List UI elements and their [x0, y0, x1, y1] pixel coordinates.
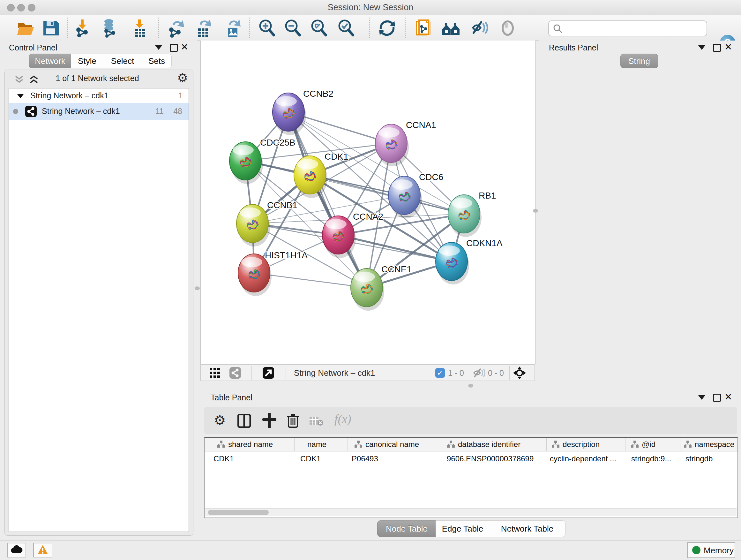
control-panel: Control Panel ✕ Network Style Select Set…	[0, 41, 197, 541]
fit-crosshair-icon[interactable]	[513, 367, 526, 379]
houses-icon-button[interactable]	[441, 18, 461, 38]
cloud-button[interactable]	[7, 543, 26, 557]
network-panel-body: 1 of 1 Network selected ⚙ String Network…	[4, 70, 193, 536]
eye-icon-button[interactable]	[498, 18, 518, 38]
control-panel-close-icon[interactable]: ✕	[181, 44, 188, 50]
table-gear-icon[interactable]: ⚙	[214, 413, 226, 428]
left-splitter-handle[interactable]	[195, 287, 200, 290]
network-view-toolbar: String Network – cdk1 ✓ 1 - 0 0 - 0	[200, 364, 535, 381]
export-table-button[interactable]	[193, 18, 213, 38]
network-row-selected[interactable]: String Network – cdk1 11 48	[9, 103, 189, 120]
save-session-button[interactable]	[41, 18, 61, 38]
tab-network-table[interactable]: Network Table	[489, 520, 565, 537]
tab-select[interactable]: Select	[103, 54, 142, 68]
zoom-in-button[interactable]	[257, 18, 277, 38]
toolbar-separator	[67, 17, 68, 38]
network-edge-count: 48	[173, 107, 182, 116]
results-panel-close-icon[interactable]: ✕	[724, 44, 732, 50]
tab-node-table[interactable]: Node Table	[377, 520, 436, 537]
network-type-icon	[25, 106, 37, 117]
node-label-CCNB2: CCNB2	[303, 89, 333, 99]
hidden-eye-slash-icon[interactable]	[473, 368, 485, 378]
export-network-button[interactable]	[166, 18, 186, 38]
results-panel-float-icon[interactable]	[713, 44, 721, 52]
memory-button[interactable]: Memory	[687, 542, 735, 558]
tab-network[interactable]: Network	[29, 54, 71, 68]
export-image-button[interactable]	[223, 18, 243, 38]
network-options-gear-icon[interactable]: ⚙	[177, 71, 188, 85]
results-panel: Results Panel ✕ String Expand All Collap…	[539, 41, 741, 381]
column-header-description[interactable]: description	[552, 438, 600, 451]
toolbar-separator	[252, 366, 252, 380]
delete-column-icon[interactable]	[286, 413, 299, 428]
table-panel-close-icon[interactable]: ✕	[724, 394, 732, 400]
network-canvas[interactable]: CCNB2CCNA1CDC25BCDK1CDC6RB1CCNB1CCNA2CDK…	[200, 41, 536, 364]
table-row-cell[interactable]: CDK1	[213, 454, 234, 463]
cytoscape-window: Session: New Session	[0, 0, 741, 560]
import-network-from-database-button[interactable]	[100, 18, 120, 38]
warning-button[interactable]	[33, 543, 52, 557]
tab-sets[interactable]: Sets	[142, 54, 172, 68]
hide-glasses-icon-button[interactable]	[470, 18, 490, 38]
table-row-cell[interactable]: P06493	[352, 454, 378, 463]
node-label-CCNA1: CCNA1	[406, 120, 436, 130]
control-panel-float-icon[interactable]	[170, 44, 178, 52]
column-header-shared-name[interactable]: shared name	[217, 438, 273, 451]
table-row-cell[interactable]: 9606.ENSP00000378699	[447, 454, 534, 463]
table-panel-float-icon[interactable]	[713, 394, 721, 401]
network-edge[interactable]	[288, 112, 367, 288]
open-session-button[interactable]	[16, 18, 36, 38]
collapse-all-icon[interactable]	[14, 75, 24, 84]
collection-count: 1	[179, 91, 183, 100]
results-panel-menu-icon[interactable]	[698, 45, 705, 50]
add-column-icon[interactable]	[262, 413, 276, 428]
right-splitter-handle[interactable]	[533, 209, 538, 212]
tab-string[interactable]: String	[620, 54, 658, 68]
tab-edge-table[interactable]: Edge Table	[435, 520, 489, 537]
table-row-cell[interactable]: stringdb	[685, 454, 713, 463]
column-header-canonical-name[interactable]: canonical name	[354, 438, 419, 451]
network-from-selection-button[interactable]	[414, 18, 434, 38]
network-share-icon[interactable]	[229, 367, 241, 379]
grid-view-icon[interactable]	[210, 368, 220, 379]
memory-status-dot	[692, 546, 700, 554]
refresh-button[interactable]	[377, 18, 397, 38]
node-label-HIST1H1A: HIST1H1A	[265, 250, 308, 260]
column-header-name[interactable]: name	[307, 438, 327, 451]
import-network-from-file-button[interactable]	[73, 18, 92, 38]
table-row-cell[interactable]: cyclin-dependent ...	[550, 454, 616, 463]
node-label-CDC25B: CDC25B	[260, 138, 295, 147]
open-view-icon[interactable]	[263, 367, 274, 379]
collection-expander-icon[interactable]	[17, 94, 24, 99]
zoom-out-button[interactable]	[283, 18, 303, 38]
main-toolbar: ?	[0, 15, 741, 41]
column-header-id[interactable]: @id	[631, 438, 656, 451]
network-view-name: String Network – cdk1	[294, 368, 375, 378]
expand-all-icon[interactable]	[28, 75, 39, 84]
zoom-selected-button[interactable]	[336, 18, 356, 38]
control-panel-menu-icon[interactable]	[155, 45, 162, 50]
show-columns-icon[interactable]	[238, 414, 251, 428]
selected-count: 1 - 0	[448, 368, 464, 378]
column-header-namespace[interactable]: namespace	[684, 438, 734, 451]
zoom-fit-button[interactable]	[309, 18, 329, 38]
control-panel-title: Control Panel	[9, 43, 57, 52]
node-label-CDKN1A: CDKN1A	[466, 238, 502, 248]
scrollbar-thumb[interactable]	[208, 510, 269, 515]
warning-icon	[37, 545, 48, 555]
table-horizontal-scrollbar[interactable]	[205, 508, 737, 516]
function-builder-icon-disabled: f(x)	[334, 412, 351, 426]
search-icon	[553, 23, 563, 34]
network-graph[interactable]: CCNB2CCNA1CDC25BCDK1CDC6RB1CCNB1CCNA2CDK…	[201, 41, 535, 364]
status-bar: Memory	[0, 541, 741, 560]
tab-style[interactable]: Style	[71, 54, 104, 68]
import-table-from-file-button[interactable]	[130, 18, 149, 38]
column-header-database-identifier[interactable]: database identifier	[447, 438, 521, 451]
selected-checkbox-icon[interactable]: ✓	[435, 368, 445, 378]
table-row-cell[interactable]: CDK1	[300, 454, 321, 463]
network-collection-row[interactable]: String Network – cdk1 1	[9, 88, 189, 103]
table-row-cell[interactable]: stringdb:9...	[631, 454, 671, 463]
horizontal-splitter-handle[interactable]	[468, 384, 473, 388]
table-panel-menu-icon[interactable]	[698, 395, 705, 400]
search-input[interactable]	[565, 22, 701, 34]
